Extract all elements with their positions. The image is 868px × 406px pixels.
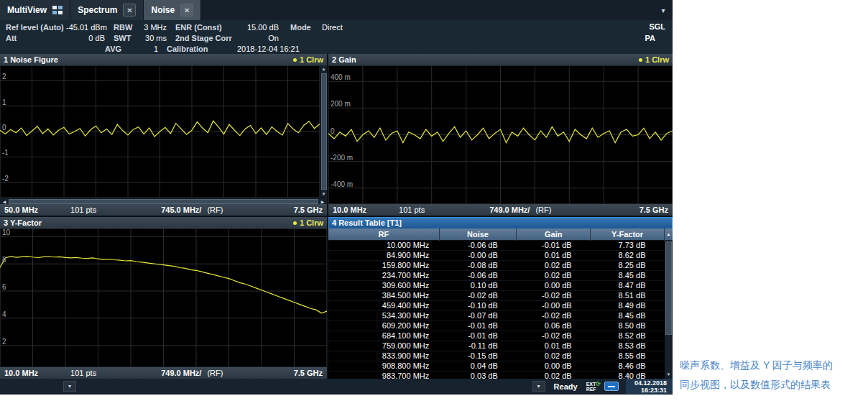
status-time: 16:23:31: [634, 387, 667, 394]
calibration-value: 2018-12-04 16:21: [237, 45, 300, 53]
table-cell: 234.700 MHz: [328, 270, 439, 280]
panel-noise-figure: 1 Noise Figure 1 Clrw 210-1-2 ▲ ▼ ◀: [0, 54, 327, 216]
table-row[interactable]: 534.300 MHz-0.07 dB-0.02 dB8.45 dB: [328, 310, 665, 320]
table-cell: -0.07 dB: [439, 310, 517, 320]
status-ready: Ready: [554, 382, 578, 391]
tab-multiview-label: MultiView: [7, 5, 47, 15]
table-row[interactable]: 983.700 MHz0.03 dB0.02 dB8.40 dB: [328, 371, 665, 379]
noise-figure-chart: 210-1-2: [0, 65, 320, 198]
up-arrow-icon[interactable]: ▲: [665, 229, 673, 240]
settings-row-3: AVG 1 Calibration 2018-12-04 16:21: [6, 43, 673, 54]
panel-result-table-titlebar[interactable]: 4 Result Table [T1]: [328, 217, 673, 229]
gain-chart: 400 m200 m0-200 m-400 m: [328, 65, 673, 204]
second-stage-corr-label: 2nd Stage Corr: [175, 34, 241, 42]
scrollbar-thumb[interactable]: [665, 241, 672, 335]
ref-label: REF: [586, 387, 601, 392]
column-header-noise: Noise: [439, 229, 517, 240]
left-arrow-icon[interactable]: ◀: [0, 199, 9, 204]
second-stage-corr-value: On: [241, 34, 279, 42]
chevron-down-icon[interactable]: ▾: [654, 0, 673, 20]
table-cell: 0.10 dB: [439, 280, 517, 290]
trace-indicator: 1 Clrw: [293, 218, 323, 227]
x-axis-bar: 50.0 MHz 101 pts 745.0 MHz/ (RF) 7.5 GHz: [0, 204, 327, 216]
x-axis-domain: (RF): [535, 206, 551, 214]
x-axis-start: 10.0 MHz: [333, 206, 366, 214]
table-cell: -0.06 dB: [439, 270, 517, 280]
table-cell: 0.06 dB: [517, 320, 591, 331]
ext-label: EXT: [586, 382, 596, 387]
trace-dot-icon: [639, 58, 642, 62]
table-cell: -0.01 dB: [439, 331, 517, 341]
swt-value: 30 ms: [138, 34, 167, 42]
table-cell: 833.900 MHz: [328, 351, 439, 361]
close-icon[interactable]: ✕: [123, 4, 136, 17]
table-row[interactable]: 384.500 MHz-0.02 dB-0.02 dB8.51 dB: [328, 290, 665, 300]
y-factor-chart: 108642: [0, 229, 327, 367]
lxi-icon: [604, 382, 619, 391]
table-row[interactable]: 459.400 MHz-0.10 dB-0.00 dB8.49 dB: [328, 300, 665, 310]
table-cell: 0.00 dB: [517, 280, 591, 290]
table-cell: -0.02 dB: [517, 310, 591, 320]
trace-label: 1 Clrw: [300, 55, 323, 64]
column-header-rf: RF: [328, 229, 439, 240]
table-row[interactable]: 309.600 MHz0.10 dB0.00 dB8.47 dB: [328, 280, 665, 290]
table-row[interactable]: 908.800 MHz0.04 dB0.00 dB8.46 dB: [328, 361, 665, 371]
right-arrow-icon[interactable]: ▶: [318, 199, 327, 204]
table-row[interactable]: 609.200 MHz-0.01 dB0.06 dB8.50 dB: [328, 320, 665, 331]
panel-noise-figure-titlebar[interactable]: 1 Noise Figure 1 Clrw: [0, 54, 327, 65]
close-icon[interactable]: ✕: [180, 4, 193, 17]
tab-noise[interactable]: Noise ✕: [144, 0, 201, 20]
caption-line-2: 同步视图，以及数值形式的结果表: [680, 375, 833, 395]
tab-multiview[interactable]: MultiView: [0, 0, 70, 20]
tab-spectrum[interactable]: Spectrum ✕: [70, 0, 144, 20]
down-arrow-icon[interactable]: ▼: [665, 370, 673, 379]
x-axis-points: 101 pts: [399, 206, 425, 214]
table-vertical-scrollbar[interactable]: ▲ ▼: [665, 229, 673, 379]
table-cell: -0.01 dB: [439, 320, 517, 331]
scrollbar-thumb[interactable]: [321, 73, 327, 190]
up-arrow-icon[interactable]: ▲: [322, 65, 326, 73]
column-header-gain: Gain: [517, 229, 591, 240]
table-cell: -0.06 dB: [439, 240, 517, 250]
single-sweep-badge: SGL: [649, 22, 665, 31]
mode-value: Direct: [322, 23, 343, 32]
x-axis-stop: 7.5 GHz: [294, 206, 323, 214]
table-row[interactable]: 833.900 MHz-0.15 dB0.02 dB8.55 dB: [328, 351, 665, 361]
status-dropdown-right[interactable]: ▾: [532, 381, 545, 392]
table-cell: -0.02 dB: [439, 290, 517, 300]
ext-ref-indicator: EXT⟳ REF: [586, 382, 601, 392]
table-row[interactable]: 234.700 MHz-0.06 dB0.02 dB8.45 dB: [328, 270, 665, 280]
x-axis-start: 10.0 MHz: [4, 369, 38, 377]
panel-y-factor-titlebar[interactable]: 3 Y-Factor 1 Clrw: [0, 217, 327, 229]
enr-value: 15.00 dB: [241, 23, 279, 32]
status-bar: ▾ ▾ Ready EXT⟳ REF 04.12.2018 16:23:31: [0, 379, 673, 394]
x-axis-per-div: 745.0 MHz/: [161, 206, 201, 214]
table-cell: 7.73 dB: [591, 240, 665, 250]
ref-level-value: -45.01 dBm: [66, 23, 105, 32]
status-dropdown-left[interactable]: ▾: [63, 381, 76, 392]
result-display-grid: 1 Noise Figure 1 Clrw 210-1-2 ▲ ▼ ◀: [0, 54, 673, 379]
column-header-y-factor: Y-Factor: [591, 229, 665, 240]
table-row[interactable]: 759.000 MHz-0.11 dB0.01 dB8.53 dB: [328, 341, 665, 351]
table-cell: 0.03 dB: [439, 371, 517, 379]
table-row[interactable]: 684.100 MHz-0.01 dB-0.02 dB8.52 dB: [328, 331, 665, 341]
caption-text: 噪声系数、增益及 Y 因子与频率的 同步视图，以及数值形式的结果表: [680, 356, 833, 395]
table-cell: 10.000 MHz: [328, 240, 439, 250]
ref-level-label: Ref level (Auto): [6, 23, 66, 32]
trace-indicator: 1 Clrw: [639, 55, 669, 64]
scrollbar-thumb[interactable]: [9, 199, 318, 204]
trace-label: 1 Clrw: [300, 218, 323, 227]
vertical-scrollbar[interactable]: ▲ ▼: [320, 65, 327, 198]
x-axis-bar: 10.0 MHz 101 pts 749.0 MHz/ (RF) 7.5 GHz: [328, 204, 673, 216]
measurement-settings-header[interactable]: Ref level (Auto) -45.01 dBm RBW 3 MHz EN…: [0, 20, 673, 54]
mode-label: Mode: [290, 23, 318, 32]
horizontal-scrollbar[interactable]: ◀ ▶: [0, 198, 327, 204]
x-axis-per-div: 749.0 MHz/: [489, 206, 530, 214]
table-row[interactable]: 10.000 MHz-0.06 dB-0.01 dB7.73 dB: [328, 240, 665, 250]
table-row[interactable]: 84.900 MHz-0.00 dB0.01 dB8.62 dB: [328, 250, 665, 260]
table-row[interactable]: 159.800 MHz-0.08 dB0.02 dB8.25 dB: [328, 260, 665, 270]
down-arrow-icon[interactable]: ▼: [322, 190, 326, 198]
x-axis-start: 50.0 MHz: [4, 206, 38, 214]
table-cell: 0.02 dB: [517, 351, 591, 361]
panel-gain-titlebar[interactable]: 2 Gain 1 Clrw: [328, 54, 673, 65]
